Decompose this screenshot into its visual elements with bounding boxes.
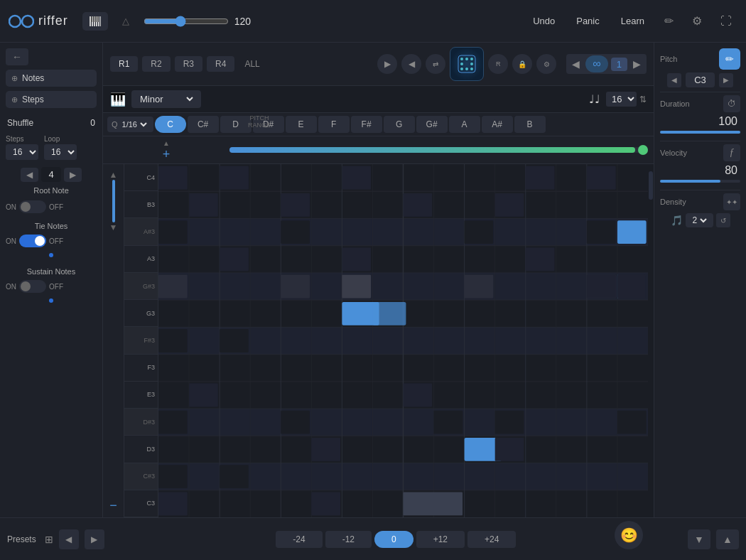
transport-forward[interactable]: ▶	[377, 54, 397, 74]
undo-button[interactable]: Undo	[526, 13, 562, 29]
root-note-toggle[interactable]	[19, 200, 46, 213]
presets-prev-button[interactable]: ◀	[59, 529, 79, 549]
notes-tab[interactable]: ⊕ Notes	[6, 70, 97, 87]
scale-selector[interactable]: Minor Major Pentatonic	[131, 90, 201, 108]
steps-col-label: Steps	[6, 135, 38, 143]
svg-rect-69	[495, 193, 524, 217]
bottom-expand-up[interactable]: ▲	[716, 529, 739, 549]
pitch-pencil-button[interactable]: ✏	[719, 48, 740, 70]
semitone-zero[interactable]: 0	[374, 531, 413, 548]
vertical-scroll-thumb[interactable]	[112, 180, 115, 222]
quantize-selector[interactable]: Q 1/16 1/8 1/4	[107, 117, 153, 132]
triangle-button[interactable]: △	[115, 11, 136, 31]
note-btn-a[interactable]: A	[449, 116, 480, 133]
piano-key-d3[interactable]: D3	[124, 436, 158, 463]
semitone-minus12[interactable]: -12	[325, 531, 372, 548]
pitch-minus-button[interactable]: −	[109, 499, 117, 512]
loop-stepper[interactable]: 16832	[44, 144, 77, 160]
piano-key-cs3[interactable]: C#3	[124, 463, 158, 490]
piano-key-gs3[interactable]: G#3	[124, 273, 158, 300]
piano-key-e3[interactable]: E3	[124, 382, 158, 409]
piano-view-button[interactable]	[82, 12, 108, 31]
steps-stepper[interactable]: 16832	[6, 144, 38, 160]
active-num-next[interactable]: ▶	[64, 168, 82, 182]
duration-icon-button[interactable]: ⏱	[723, 95, 740, 112]
bottom-expand-down[interactable]: ▼	[688, 529, 710, 549]
smiley-fab[interactable]: 😊	[615, 521, 643, 549]
reset-button[interactable]: R	[488, 54, 508, 74]
steps-counter-select[interactable]: 16 8 32	[606, 92, 637, 107]
pitch-range-up[interactable]: ▲	[163, 139, 170, 147]
riff-tab-r1[interactable]: R1	[110, 56, 138, 72]
riff-tab-r4[interactable]: R4	[207, 56, 234, 72]
loop-next-button[interactable]: ▶	[630, 57, 644, 71]
piano-key-c3[interactable]: C3	[124, 490, 158, 517]
note-btn-e[interactable]: E	[286, 116, 317, 133]
quantize-dropdown[interactable]: 1/16 1/8 1/4	[119, 119, 149, 129]
piano-key-fs3[interactable]: F#3	[124, 327, 158, 354]
back-button[interactable]: ←	[6, 48, 28, 65]
scale-dropdown[interactable]: Minor Major Pentatonic	[137, 93, 195, 105]
panic-button[interactable]: Panic	[569, 13, 607, 29]
density-reset-button[interactable]: ↺	[716, 213, 730, 227]
svg-rect-84	[372, 302, 406, 325]
expand-icon-button[interactable]: ⛶	[715, 12, 737, 31]
piano-key-ds3[interactable]: D#3	[124, 409, 158, 436]
note-btn-fsharp[interactable]: F#	[351, 116, 382, 133]
sustain-notes-toggle[interactable]	[19, 280, 46, 293]
piano-key-a3[interactable]: A3	[124, 246, 158, 273]
transport-shuffle[interactable]: ⇄	[426, 54, 445, 74]
density-select[interactable]: 2 1 3	[690, 215, 709, 226]
semitone-minus24[interactable]: -24	[276, 531, 322, 548]
note-btn-csharp[interactable]: C#	[188, 116, 219, 133]
pitch-prev-button[interactable]: ◀	[667, 73, 681, 87]
note-btn-c[interactable]: C	[155, 116, 186, 133]
right-scroll-bar[interactable]	[648, 164, 654, 517]
note-btn-f[interactable]: F	[318, 116, 350, 133]
semitone-plus24[interactable]: +24	[467, 531, 516, 548]
scroll-up-btn[interactable]: ▲	[109, 170, 118, 180]
piano-roll-toolbar: 🎹 Minor Major Pentatonic ♩♩ 16 8 32 ⇅	[103, 86, 654, 113]
piano-key-g3[interactable]: G3	[124, 300, 158, 327]
piano-key-b3[interactable]: B3	[124, 191, 158, 218]
learn-button[interactable]: Learn	[614, 13, 652, 29]
tie-notes-toggle[interactable]	[19, 235, 46, 247]
pitch-range-track[interactable]	[229, 147, 648, 153]
velocity-slider[interactable]	[660, 180, 740, 183]
pencil-icon-button[interactable]: ✏	[659, 11, 679, 31]
settings-riff-button[interactable]: ⚙	[536, 54, 556, 74]
scroll-down-btn[interactable]: ▼	[109, 222, 118, 232]
note-btn-b[interactable]: B	[514, 116, 546, 133]
tempo-slider[interactable]	[144, 16, 229, 27]
active-num-prev[interactable]: ◀	[21, 168, 38, 182]
steps-select[interactable]: 16832	[6, 144, 38, 160]
duration-slider[interactable]	[660, 131, 740, 134]
loop-prev-button[interactable]: ◀	[569, 57, 583, 71]
density-stepper[interactable]: 2 1 3	[686, 213, 713, 227]
settings-icon-button[interactable]: ⚙	[686, 11, 708, 31]
riff-tab-all[interactable]: ALL	[239, 56, 265, 72]
shuffle-value: 0	[90, 118, 95, 128]
piano-key-c4[interactable]: C4	[124, 164, 158, 191]
steps-tab[interactable]: ⊕ Steps	[6, 91, 97, 108]
pitch-range-handle[interactable]	[638, 145, 648, 155]
pitch-range-fill	[229, 147, 635, 153]
pitch-add-button[interactable]: +	[163, 148, 171, 161]
density-icon-button[interactable]: ✦✦	[723, 193, 740, 210]
piano-key-as3[interactable]: A#3	[124, 218, 158, 245]
velocity-icon-button[interactable]: ƒ	[723, 144, 740, 161]
riff-tab-r2[interactable]: R2	[142, 56, 170, 72]
lock-button[interactable]: 🔒	[512, 54, 532, 74]
semitone-plus12[interactable]: +12	[416, 531, 465, 548]
piano-key-f3[interactable]: F3	[124, 355, 158, 382]
note-btn-gsharp[interactable]: G#	[416, 116, 448, 133]
note-btn-asharp[interactable]: A#	[482, 116, 513, 133]
note-btn-g[interactable]: G	[384, 116, 415, 133]
dice-button[interactable]	[450, 47, 484, 81]
loop-select[interactable]: 16832	[44, 144, 77, 160]
riff-tab-r3[interactable]: R3	[175, 56, 202, 72]
presets-next-button[interactable]: ▶	[85, 529, 104, 549]
pitch-next-button[interactable]: ▶	[719, 73, 733, 87]
right-scroll-thumb[interactable]	[649, 171, 653, 200]
transport-back[interactable]: ◀	[401, 54, 421, 74]
